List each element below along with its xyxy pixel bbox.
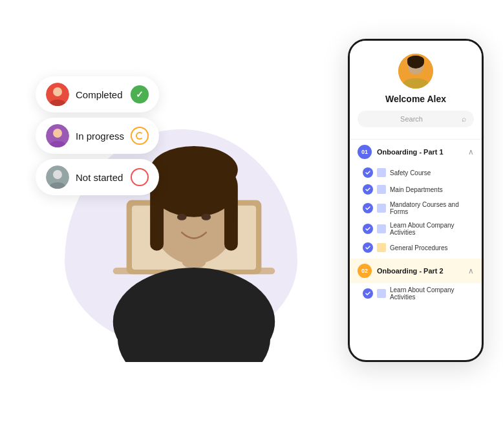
course-name-2: Main Departments — [390, 186, 443, 193]
avatar-inprogress — [46, 124, 69, 147]
phone-user-avatar — [398, 54, 433, 89]
avatar-completed — [46, 83, 69, 106]
status-card-inprogress[interactable]: In progress — [36, 118, 159, 154]
notstarted-label: Not started — [76, 172, 124, 183]
course-item-5[interactable]: General Procedures — [350, 239, 482, 256]
folder-icon-5 — [377, 243, 386, 252]
section-2-title: Onboarding - Part 2 — [377, 267, 468, 275]
doc-icon-4 — [377, 224, 386, 233]
course-item-2[interactable]: Main Departments — [350, 181, 482, 198]
status-card-completed[interactable]: Completed ✓ — [36, 76, 159, 112]
completed-label: Completed — [76, 89, 124, 100]
check-icon-6 — [363, 288, 373, 299]
svg-point-15 — [53, 129, 62, 138]
course-item-4[interactable]: Learn About Company Activities — [350, 219, 482, 239]
check-icon-4 — [363, 224, 373, 234]
section-2-number: 02 — [358, 264, 372, 278]
course-item-6[interactable]: Learn About Company Activities — [350, 283, 482, 304]
svg-point-13 — [53, 87, 62, 96]
svg-rect-8 — [224, 183, 238, 250]
inprogress-icon — [131, 127, 149, 145]
check-icon-2 — [363, 184, 373, 195]
phone-search-placeholder: Search — [365, 115, 458, 123]
course-name-5: General Procedures — [390, 244, 448, 251]
check-icon-1 — [363, 167, 373, 178]
inprogress-label: In progress — [76, 131, 124, 142]
svg-point-17 — [53, 170, 62, 179]
notstarted-icon — [131, 168, 149, 186]
doc-icon-2 — [377, 185, 386, 194]
section-1-header[interactable]: 01 Onboarding - Part 1 ∧ — [350, 140, 482, 164]
phone-body: 01 Onboarding - Part 1 ∧ Safety Course — [350, 140, 482, 360]
course-name-3: Mandatory Courses and Forms — [390, 201, 474, 215]
section-2-chevron: ∧ — [468, 266, 474, 275]
phone-welcome-text: Welcome Alex — [350, 94, 482, 104]
status-card-notstarted[interactable]: Not started — [36, 159, 159, 195]
doc-icon-6 — [377, 289, 386, 298]
phone-mockup: Welcome Alex Search ⌕ 01 Onboarding - Pa… — [348, 39, 484, 362]
check-icon-3 — [363, 203, 373, 213]
phone-header: Welcome Alex Search ⌕ — [350, 41, 482, 140]
svg-point-10 — [177, 213, 187, 220]
avatar-notstarted — [46, 165, 69, 189]
section-1-chevron: ∧ — [468, 147, 474, 156]
svg-point-9 — [150, 146, 238, 193]
svg-point-21 — [407, 56, 424, 65]
course-name-6: Learn About Company Activities — [390, 286, 474, 301]
status-cards-container: Completed ✓ In progress — [36, 76, 159, 195]
course-name-4: Learn About Company Activities — [390, 222, 474, 236]
completed-icon: ✓ — [131, 85, 149, 103]
phone-search-bar[interactable]: Search ⌕ — [358, 111, 474, 127]
search-icon: ⌕ — [462, 114, 466, 123]
section-2-header[interactable]: 02 Onboarding - Part 2 ∧ — [350, 259, 482, 283]
course-item-1[interactable]: Safety Course — [350, 164, 482, 181]
phone-content: Welcome Alex Search ⌕ 01 Onboarding - Pa… — [350, 41, 482, 360]
doc-icon-3 — [377, 204, 386, 213]
course-name-1: Safety Course — [390, 169, 431, 176]
svg-point-11 — [201, 213, 211, 220]
check-icon-5 — [363, 242, 373, 253]
section-1-title: Onboarding - Part 1 — [377, 148, 468, 156]
doc-icon-1 — [377, 168, 386, 177]
course-item-3[interactable]: Mandatory Courses and Forms — [350, 198, 482, 219]
scene: Completed ✓ In progress — [0, 0, 503, 448]
section-1-number: 01 — [358, 145, 372, 159]
